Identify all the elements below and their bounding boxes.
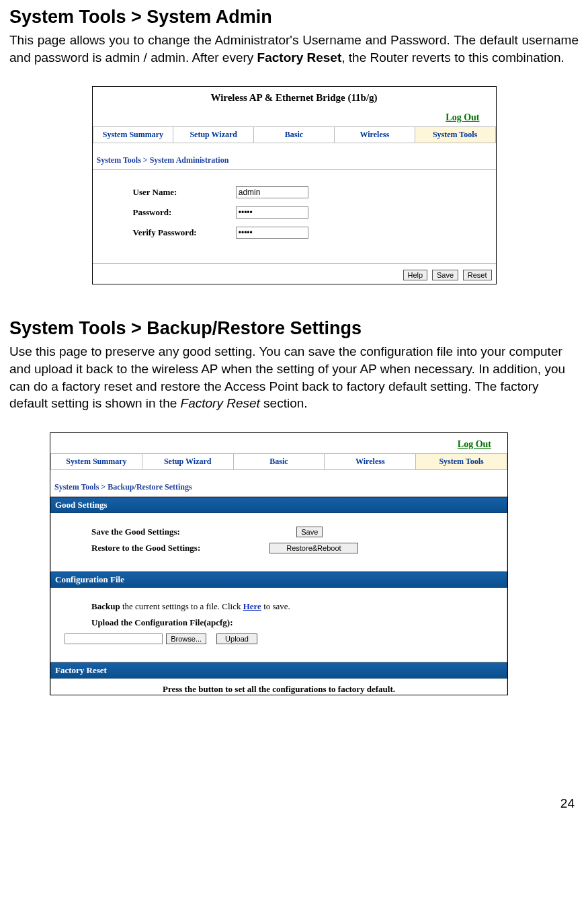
section1-para-b: , the Router reverts to this combination… [341,50,564,65]
section2-para-italic: Factory Reset [181,396,260,410]
tab-system-tools[interactable]: System Tools [415,127,495,143]
tab-system-summary[interactable]: System Summary [93,127,173,143]
password-label: Password: [133,207,234,218]
browse-button[interactable]: Browse... [166,633,206,644]
save-good-label: Save the Good Settings: [91,527,293,537]
section1-heading: System Tools > System Admin [9,7,579,28]
screenshot-backup-restore: Log Out System Summary Setup Wizard Basi… [50,432,508,695]
factory-reset-body: Press the button to set all the configur… [50,679,507,695]
page-number: 24 [9,796,579,811]
backup-mid: the current settings to a file. Click [120,601,243,611]
section2-para-tail: section. [260,396,308,410]
reset-button[interactable]: Reset [463,270,492,280]
user-name-input[interactable] [236,186,308,198]
logout-link[interactable]: Log Out [446,112,479,122]
user-name-label: User Name: [133,187,234,198]
password-input[interactable] [236,206,308,219]
configuration-file-bar: Configuration File [50,572,507,588]
shot1-tabs: System Summary Setup Wizard Basic Wirele… [93,126,496,143]
factory-reset-text: Press the button to set all the configur… [65,684,493,695]
tab2-basic[interactable]: Basic [233,453,325,469]
configuration-file-body: Backup the current settings to a file. C… [50,588,507,662]
backup-bold: Backup [91,601,120,611]
section1-para-bold: Factory Reset [257,50,342,65]
verify-password-input[interactable] [236,227,308,239]
tab-wireless[interactable]: Wireless [334,127,415,143]
tab2-wireless[interactable]: Wireless [325,453,416,469]
tab2-system-tools[interactable]: System Tools [416,453,507,469]
logout-link-2[interactable]: Log Out [458,439,491,449]
backup-here-link[interactable]: Here [243,601,261,611]
tab2-system-summary[interactable]: System Summary [51,453,142,469]
screenshot-system-admin: Wireless AP & Ethernet Bridge (11b/g) Lo… [92,86,497,284]
tab2-setup-wizard[interactable]: Setup Wizard [142,453,233,469]
tab-setup-wizard[interactable]: Setup Wizard [173,127,254,143]
save-button[interactable]: Save [432,270,458,280]
verify-password-label: Verify Password: [133,227,234,238]
factory-reset-bar: Factory Reset [50,662,507,679]
good-settings-bar: Good Settings [50,497,507,513]
section1-para: This page allows you to change the Admin… [9,32,579,66]
shot1-breadcrumb: System Tools > System Administration [93,143,496,170]
restore-good-label: Restore to the Good Settings: [91,543,266,553]
backup-tail: to save. [261,601,290,611]
save-good-button[interactable]: Save [296,527,323,537]
shot1-title: Wireless AP & Ethernet Bridge (11b/g) [93,87,496,106]
upload-label: Upload the Configuration File(apcfg): [91,617,493,628]
good-settings-body: Save the Good Settings: Save Restore to … [50,513,507,572]
tab-basic[interactable]: Basic [254,127,335,143]
section2-heading: System Tools > Backup/Restore Settings [9,318,579,339]
restore-reboot-button[interactable]: Restore&Reboot [269,543,358,553]
shot2-breadcrumb: System Tools > Backup/Restore Settings [50,470,507,497]
shot2-tabs: System Summary Setup Wizard Basic Wirele… [50,453,507,470]
help-button[interactable]: Help [403,270,428,280]
upload-button[interactable]: Upload [216,633,257,644]
file-path-input[interactable] [65,633,163,644]
section2-para: Use this page to preserve any good setti… [9,343,579,412]
